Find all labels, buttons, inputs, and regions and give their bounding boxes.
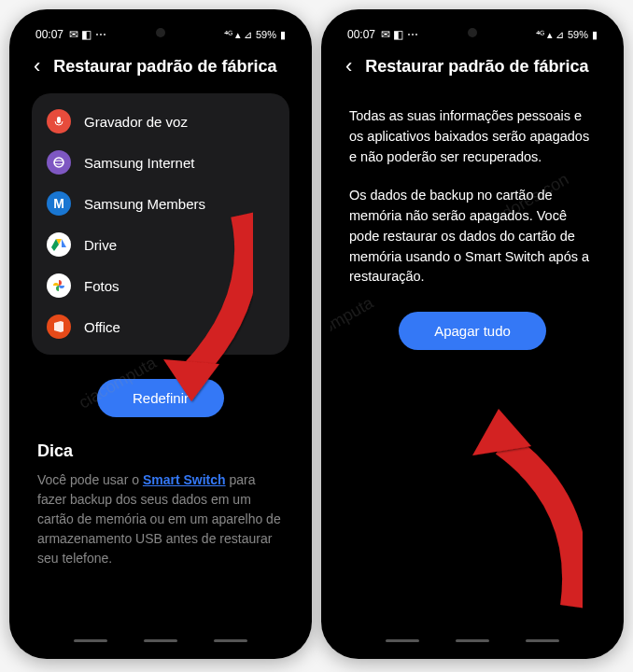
photos-icon — [47, 273, 71, 298]
watermark: computa — [331, 293, 377, 343]
nav-back[interactable] — [526, 639, 559, 642]
status-time: 00:07 — [35, 28, 63, 41]
screen-right: 00:07 ✉ ◧ ⋯ ⁴ᴳ ▴ ⊿ 59% ▮ ‹ Restaurar pad… — [331, 19, 614, 650]
screen-left: 00:07 ✉ ◧ ⋯ ⁴ᴳ ▴ ⊿ 59% ▮ ‹ Restaurar pad… — [19, 19, 302, 650]
samsung-members-icon: M — [47, 191, 71, 216]
nav-recent[interactable] — [74, 639, 107, 642]
back-icon[interactable]: ‹ — [34, 54, 40, 78]
tip-text: Você pode usar o Smart Switch para fazer… — [37, 470, 284, 568]
svg-point-2 — [54, 161, 63, 164]
arrow-annotation — [452, 401, 592, 625]
status-icons-left: ✉ ◧ ⋯ — [381, 28, 418, 41]
svg-marker-7 — [54, 321, 63, 332]
app-label: Samsung Members — [84, 196, 205, 212]
svg-point-1 — [54, 158, 63, 167]
app-list: Gravador de voz Samsung Internet M Samsu… — [32, 93, 289, 355]
nav-bar — [19, 639, 302, 642]
status-battery: 59% — [256, 29, 276, 40]
reset-button[interactable]: Redefinir — [97, 379, 224, 417]
nav-bar — [331, 639, 614, 642]
status-bar: 00:07 ✉ ◧ ⋯ ⁴ᴳ ▴ ⊿ 59% ▮ — [19, 19, 302, 45]
tip-section: Dica Você pode usar o Smart Switch para … — [19, 417, 302, 568]
nav-recent[interactable] — [386, 639, 419, 642]
info-paragraph-2: Os dados de backup no cartão de memória … — [349, 186, 596, 287]
nav-home[interactable] — [144, 639, 177, 642]
battery-icon: ▮ — [592, 29, 598, 41]
battery-icon: ▮ — [280, 29, 286, 41]
page-header: ‹ Restaurar padrão de fábrica — [19, 45, 302, 93]
info-section: Todas as suas informações pessoais e os … — [331, 93, 614, 287]
page-header: ‹ Restaurar padrão de fábrica — [331, 45, 614, 93]
app-label: Fotos — [84, 278, 120, 294]
list-item: Fotos — [32, 265, 289, 306]
page-title: Restaurar padrão de fábrica — [53, 57, 276, 77]
app-label: Gravador de voz — [84, 114, 188, 130]
svg-rect-0 — [57, 117, 61, 123]
phone-left: 00:07 ✉ ◧ ⋯ ⁴ᴳ ▴ ⊿ 59% ▮ ‹ Restaurar pad… — [9, 9, 312, 659]
erase-all-button[interactable]: Apagar tudo — [399, 312, 546, 350]
app-label: Office — [84, 319, 120, 335]
phone-right: 00:07 ✉ ◧ ⋯ ⁴ᴳ ▴ ⊿ 59% ▮ ‹ Restaurar pad… — [321, 9, 624, 659]
office-icon — [47, 315, 71, 339]
status-network-icon: ⁴ᴳ ▴ ⊿ — [224, 29, 252, 41]
svg-marker-5 — [62, 239, 66, 247]
list-item: Samsung Internet — [32, 142, 289, 183]
drive-icon — [47, 232, 71, 257]
nav-back[interactable] — [214, 639, 247, 642]
status-battery: 59% — [568, 29, 588, 40]
app-label: Samsung Internet — [84, 155, 194, 171]
voice-recorder-icon — [47, 109, 71, 133]
tip-title: Dica — [37, 441, 284, 461]
nav-home[interactable] — [456, 639, 489, 642]
status-time: 00:07 — [347, 28, 375, 41]
back-icon[interactable]: ‹ — [345, 54, 352, 78]
samsung-internet-icon — [47, 150, 71, 175]
status-bar: 00:07 ✉ ◧ ⋯ ⁴ᴳ ▴ ⊿ 59% ▮ — [331, 19, 614, 45]
svg-marker-9 — [472, 409, 531, 455]
list-item: Gravador de voz — [32, 101, 289, 142]
smart-switch-link[interactable]: Smart Switch — [143, 472, 226, 487]
status-network-icon: ⁴ᴳ ▴ ⊿ — [536, 29, 564, 41]
list-item: M Samsung Members — [32, 183, 289, 224]
status-icons-left: ✉ ◧ ⋯ — [69, 28, 106, 41]
page-title: Restaurar padrão de fábrica — [365, 57, 588, 77]
app-label: Drive — [84, 237, 117, 253]
list-item: Office — [32, 306, 289, 347]
info-paragraph-1: Todas as suas informações pessoais e os … — [349, 106, 596, 167]
list-item: Drive — [32, 224, 289, 265]
